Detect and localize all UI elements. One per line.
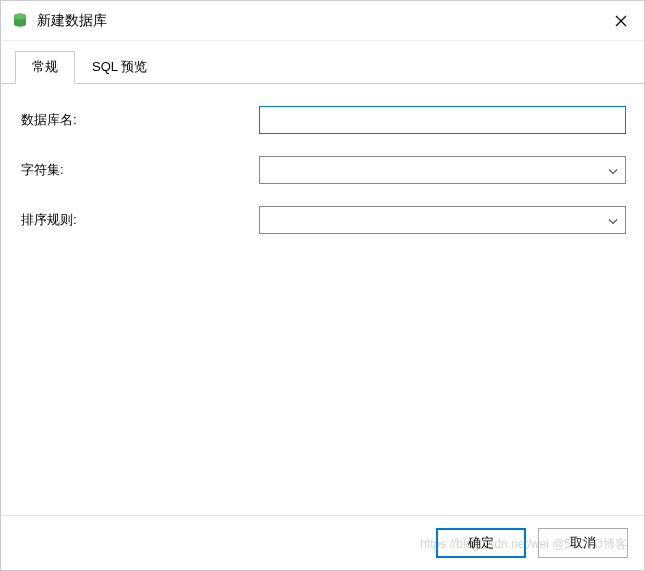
ok-button[interactable]: 确定 [436, 528, 526, 558]
tab-label: 常规 [32, 59, 58, 74]
tab-sql-preview[interactable]: SQL 预览 [75, 51, 164, 83]
row-charset: 字符集: [19, 156, 626, 184]
form-content: 数据库名: 字符集: 排序规则: [1, 84, 644, 515]
select-charset-wrap [259, 156, 626, 184]
database-icon [11, 12, 29, 30]
tab-general[interactable]: 常规 [15, 51, 75, 84]
titlebar: 新建数据库 [1, 1, 644, 41]
select-collation-wrap [259, 206, 626, 234]
dialog-footer: 确定 取消 [1, 515, 644, 570]
select-charset[interactable] [259, 156, 626, 184]
close-button[interactable] [598, 1, 644, 41]
close-icon [615, 15, 627, 27]
label-charset: 字符集: [19, 161, 259, 179]
tab-label: SQL 预览 [92, 59, 147, 74]
label-collation: 排序规则: [19, 211, 259, 229]
button-label: 取消 [570, 535, 596, 550]
row-collation: 排序规则: [19, 206, 626, 234]
dialog-title: 新建数据库 [37, 12, 598, 30]
label-database-name: 数据库名: [19, 111, 259, 129]
new-database-dialog: 新建数据库 常规 SQL 预览 数据库名: 字符集: [0, 0, 645, 571]
row-database-name: 数据库名: [19, 106, 626, 134]
button-label: 确定 [468, 535, 494, 550]
tab-bar: 常规 SQL 预览 [1, 41, 644, 84]
svg-point-1 [14, 13, 26, 18]
cancel-button[interactable]: 取消 [538, 528, 628, 558]
input-database-name[interactable] [259, 106, 626, 134]
select-collation[interactable] [259, 206, 626, 234]
